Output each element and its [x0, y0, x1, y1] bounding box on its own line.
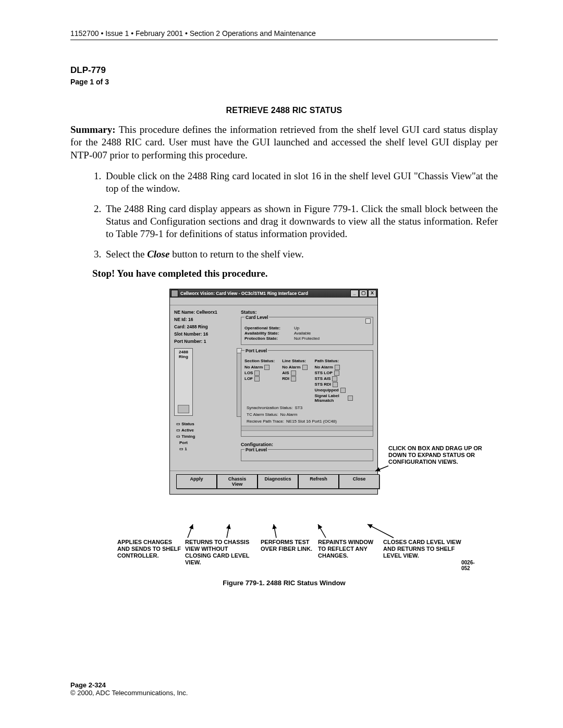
checkbox[interactable] [335, 365, 340, 370]
svg-line-4 [318, 524, 326, 538]
figure-wrap: Cellworx Vision: Card View - OC3c/STM1 R… [117, 289, 451, 495]
tree-port-1[interactable]: 1 [179, 446, 237, 452]
split-drag-handle[interactable] [241, 426, 373, 431]
checkbox[interactable] [291, 371, 296, 376]
tree-timing[interactable]: Timing [176, 434, 237, 440]
menu-bar[interactable] [170, 298, 377, 305]
anno-refresh: REPAINTS WINDOW TO REFLECT ANY CHANGES. [318, 539, 381, 560]
step-1: Double click on the 2488 Ring card locat… [104, 170, 498, 195]
close-icon[interactable]: X [368, 290, 376, 297]
svg-line-5 [368, 524, 394, 538]
svg-line-1 [188, 524, 193, 538]
doc-title: RETRIEVE 2488 RIC STATUS [70, 106, 498, 115]
figure-caption: Figure 779-1. 2488 RIC Status Window [117, 579, 451, 587]
svg-line-2 [227, 524, 229, 538]
anno-diag: PERFORMS TEST OVER FIBER LINK. [261, 539, 318, 552]
panel-scroll-box[interactable] [365, 318, 371, 324]
checkbox[interactable] [340, 388, 346, 393]
checkbox[interactable] [291, 376, 296, 381]
close-button[interactable]: Close [339, 474, 380, 489]
anno-close: CLOSES CARD LEVEL VIEW AND RETURNS TO SH… [383, 539, 467, 560]
chassis-view-button[interactable]: Chassis View [217, 474, 258, 489]
diagnostics-button[interactable]: Diagnostics [258, 474, 298, 489]
anno-drag: CLICK ON BOX AND DRAG UP OR DOWN TO EXPA… [388, 445, 487, 466]
tree-status[interactable]: Status [176, 421, 237, 427]
card-level-panel: Card Level Operational State:Up Availabi… [241, 317, 373, 345]
card-slot-graphic[interactable]: 2488 Ring [174, 348, 193, 416]
close-ref: Close [147, 249, 169, 260]
dlp-page: Page 1 of 3 [70, 78, 498, 86]
dlp-id: DLP-779 [70, 65, 498, 76]
header-meta: 1152700 • Issue 1 • February 2001 • Sect… [70, 29, 498, 40]
step-3: Select the Close button to return to the… [104, 248, 498, 261]
config-heading: Configuration: [241, 442, 373, 447]
anno-chassis: RETURNS TO CHASSIS VIEW WITHOUT CLOSING … [185, 539, 253, 566]
system-menu-icon[interactable] [171, 290, 178, 297]
apply-button[interactable]: Apply [176, 474, 217, 489]
nav-tree[interactable]: Status Active Timing Port 1 [176, 421, 237, 452]
maximize-icon[interactable]: ▢ [359, 290, 368, 297]
footer-copyright: © 2000, ADC Telecommunications, Inc. [70, 689, 188, 697]
checkbox[interactable] [264, 365, 270, 370]
checkbox[interactable] [348, 396, 353, 401]
refresh-button[interactable]: Refresh [298, 474, 339, 489]
checkbox[interactable] [254, 371, 260, 376]
summary-text: This procedure defines the information r… [70, 124, 498, 161]
status-heading: Status: [241, 310, 373, 315]
summary-label: Summary: [70, 124, 116, 135]
figure-code: 0026-052 [461, 560, 475, 571]
config-port-panel: Port Level [241, 449, 373, 461]
checkbox[interactable] [333, 382, 338, 387]
anno-apply: APPLIES CHANGES AND SENDS TO SHELF CONTR… [117, 539, 185, 560]
footer-page: Page 2-324 [70, 681, 188, 689]
stop-line: Stop! You have completed this procedure. [92, 268, 498, 279]
svg-line-3 [274, 524, 276, 538]
summary-paragraph: Summary: This procedure defines the info… [70, 124, 498, 162]
card-view-window: Cellworx Vision: Card View - OC3c/STM1 R… [169, 289, 378, 495]
step-2: The 2488 Ring card display appears as sh… [104, 203, 498, 241]
checkbox[interactable] [302, 365, 308, 370]
checkbox[interactable] [334, 371, 339, 376]
tree-active[interactable]: Active [176, 427, 237, 434]
window-title: Cellworx Vision: Card View - OC3c/STM1 R… [180, 291, 308, 296]
checkbox[interactable] [332, 376, 337, 381]
minimize-icon[interactable]: _ [350, 290, 359, 297]
checkbox[interactable] [254, 376, 260, 381]
tree-port-label: Port [179, 440, 237, 446]
port-level-panel: Port Level Section Status: No Alarm LOS … [241, 350, 373, 437]
window-titlebar[interactable]: Cellworx Vision: Card View - OC3c/STM1 R… [170, 289, 377, 298]
